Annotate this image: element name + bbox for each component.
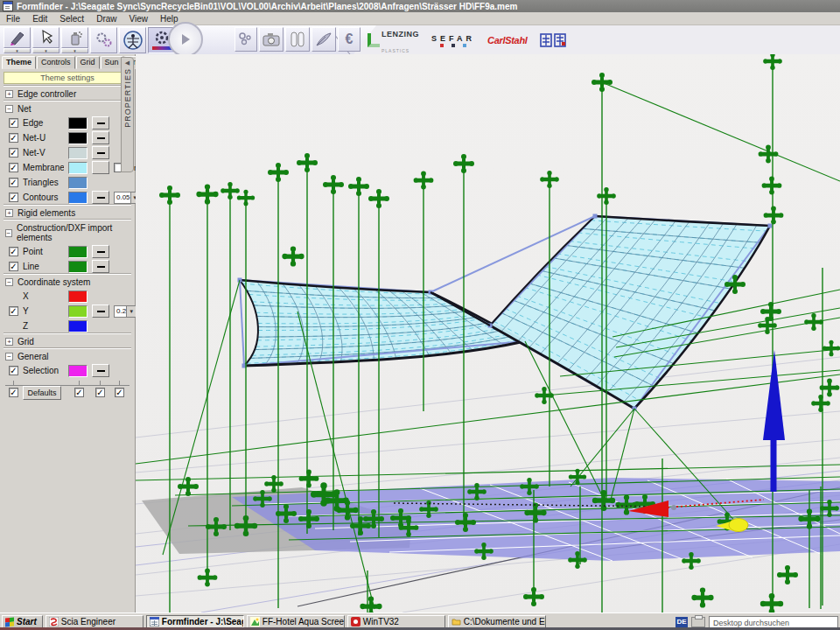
construction-cross-node[interactable] — [237, 190, 255, 206]
menu-item-edit[interactable]: Edit — [26, 14, 53, 24]
x-color-swatch[interactable] — [68, 290, 88, 303]
construction-cross-node[interactable] — [592, 73, 612, 92]
section-construction-dxf-import-elements[interactable]: −Construction/DXF import elements — [4, 220, 131, 244]
collapse-icon[interactable]: − — [5, 105, 13, 113]
construction-cross-node[interactable] — [540, 171, 559, 188]
section-general[interactable]: −General — [4, 348, 131, 363]
rolls-tool-button[interactable] — [285, 27, 310, 52]
construction-cross-node[interactable] — [804, 313, 823, 331]
selection-checkbox[interactable]: ✓ — [9, 366, 18, 375]
z-axis-shaft[interactable] — [771, 436, 777, 492]
edge-checkbox[interactable]: ✓ — [9, 118, 18, 128]
construction-cross-node[interactable] — [198, 569, 218, 587]
construction-cross-node[interactable] — [414, 172, 434, 190]
construction-cross-node[interactable] — [299, 470, 319, 488]
net-v-color-swatch[interactable] — [68, 147, 88, 159]
construction-cross-node[interactable] — [597, 187, 616, 205]
printer-icon[interactable] — [691, 617, 705, 627]
vitruvian-tool-button[interactable] — [119, 27, 146, 53]
construction-cross-node[interactable] — [760, 302, 781, 321]
y-linestyle-button[interactable] — [92, 304, 109, 318]
construction-cross-node[interactable] — [323, 175, 344, 194]
section-net[interactable]: −Net — [4, 101, 131, 116]
z-color-swatch[interactable] — [68, 320, 88, 332]
menu-item-select[interactable]: Select — [53, 14, 90, 24]
construction-cross-node[interactable] — [535, 387, 554, 404]
construction-cross-node[interactable] — [360, 596, 382, 612]
construction-cross-node[interactable] — [159, 186, 180, 205]
yellow-marker[interactable] — [729, 519, 748, 532]
feather-tool-button[interactable] — [312, 27, 336, 52]
membrane-checkbox[interactable]: ✓ — [9, 163, 18, 172]
construction-cross-node[interactable] — [282, 246, 304, 266]
contours-color-swatch[interactable] — [68, 192, 88, 204]
net-v-linestyle-button[interactable] — [92, 146, 109, 159]
expand-icon[interactable]: + — [5, 338, 13, 346]
gears-tool-button[interactable] — [90, 27, 117, 53]
spray-tool-button[interactable] — [61, 27, 88, 48]
collapse-icon[interactable]: − — [5, 229, 12, 237]
net-u-color-swatch[interactable] — [68, 132, 88, 144]
defaults-checkbox-1[interactable]: ✓ — [9, 388, 18, 397]
language-indicator[interactable]: DE — [676, 617, 688, 627]
construction-cross-node[interactable] — [348, 177, 369, 196]
line-checkbox[interactable]: ✓ — [9, 262, 18, 271]
construction-cross-node[interactable] — [764, 206, 784, 225]
net-u-linestyle-button[interactable] — [92, 131, 109, 144]
desktop-search-input[interactable]: Desktop durchsuchen — [709, 616, 838, 628]
construction-cross-node[interactable] — [368, 189, 389, 208]
tab-sun[interactable]: Sun — [101, 56, 123, 69]
section-grid[interactable]: +Grid — [4, 333, 131, 348]
selection-linestyle-button[interactable] — [92, 364, 109, 377]
menu-item-file[interactable]: File — [0, 14, 26, 24]
bubbles-tool-button[interactable] — [234, 27, 257, 52]
properties-side-tab[interactable]: ◀ PROPERTIES — [121, 57, 134, 172]
construction-cross-node[interactable] — [759, 145, 779, 164]
expand-icon[interactable]: + — [5, 90, 13, 98]
selection-color-swatch[interactable] — [68, 365, 88, 377]
spray-tool-dropdown[interactable]: ▾ — [61, 48, 88, 53]
net-u-checkbox[interactable]: ✓ — [9, 133, 18, 143]
point-linestyle-button[interactable] — [92, 245, 109, 258]
title-bar[interactable]: Formfinder - J:\Seagate Sync\SyncRecycle… — [0, 0, 840, 12]
construction-cross-node[interactable] — [220, 182, 240, 200]
origin-marker[interactable] — [671, 505, 676, 510]
edge-color-swatch[interactable] — [68, 117, 88, 130]
construction-cross-node[interactable] — [196, 184, 218, 204]
construction-cross-node[interactable] — [268, 163, 289, 182]
play-button[interactable] — [168, 22, 203, 57]
construction-cross-node[interactable] — [811, 395, 830, 412]
construction-cross-node[interactable] — [762, 177, 782, 195]
construction-cross-node[interactable] — [777, 565, 798, 584]
pencil-tool-dropdown[interactable]: ▾ — [4, 48, 31, 53]
collapse-icon[interactable]: − — [5, 353, 13, 360]
collapse-icon[interactable]: − — [5, 278, 13, 286]
construction-cross-node[interactable] — [763, 54, 782, 70]
point-color-swatch[interactable] — [68, 246, 88, 258]
corner-node[interactable] — [768, 224, 773, 228]
y-checkbox[interactable]: ✓ — [9, 306, 18, 316]
triangles-color-swatch[interactable] — [68, 177, 88, 189]
contours-checkbox[interactable]: ✓ — [9, 192, 18, 202]
net-v-checkbox[interactable]: ✓ — [9, 148, 18, 158]
tab-grid[interactable]: Grid — [76, 56, 100, 69]
line-linestyle-button[interactable] — [92, 260, 109, 273]
expand-icon[interactable]: + — [5, 209, 13, 217]
cost-tool-button[interactable]: € — [338, 27, 360, 52]
defaults-checkbox-3[interactable]: ✓ — [95, 388, 105, 397]
y-value-select[interactable]: 0.2▼ — [114, 305, 136, 318]
viewport-3d-scene[interactable] — [136, 54, 840, 612]
menu-item-draw[interactable]: Draw — [90, 14, 122, 24]
defaults-checkbox-2[interactable]: ✓ — [74, 388, 84, 397]
menu-item-view[interactable]: View — [123, 14, 155, 24]
tab-theme[interactable]: Theme — [2, 56, 36, 69]
y-color-swatch[interactable] — [68, 305, 88, 318]
section-edge-controller[interactable]: +Edge controller — [4, 86, 131, 101]
section-coordinate-system[interactable]: −Coordinate system — [4, 274, 131, 289]
construction-cross-node[interactable] — [523, 587, 544, 606]
defaults-button[interactable]: Defaults — [23, 386, 61, 400]
construction-cross-node[interactable] — [822, 340, 840, 357]
tab-controls[interactable]: Controls — [37, 56, 75, 69]
construction-cross-node[interactable] — [691, 587, 713, 607]
select-tool-button[interactable] — [32, 27, 60, 48]
